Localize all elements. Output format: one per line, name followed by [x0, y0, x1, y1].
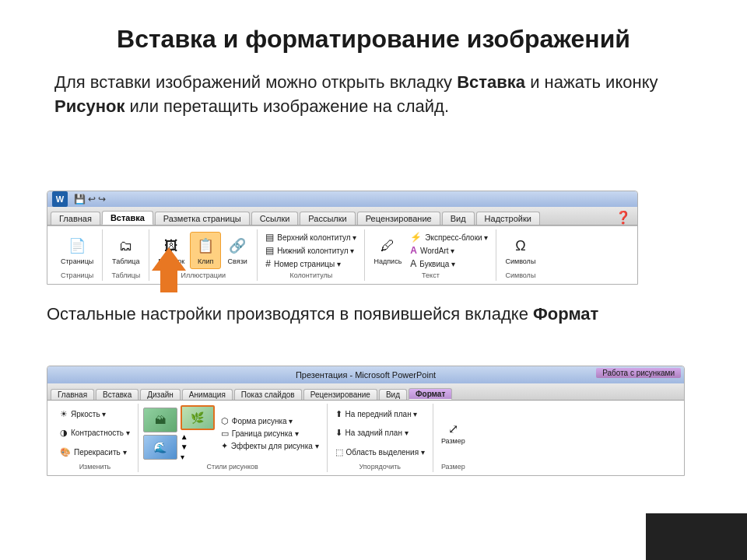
quick-access: 💾 ↩ ↪	[74, 194, 106, 205]
tab-insert[interactable]: Вставка	[102, 211, 153, 225]
thumbs-col: 🏔 🌊	[143, 408, 177, 460]
ppt-tab-slideshow[interactable]: Показ слайдов	[234, 389, 302, 400]
size-label: Размер	[441, 461, 465, 471]
btn-symbols[interactable]: Ω Символы	[501, 233, 539, 268]
tab-addins[interactable]: Надстройки	[476, 212, 540, 225]
footer-icon: ▤	[265, 245, 274, 256]
selection-icon: ⬚	[335, 447, 343, 457]
pages-icon: 📄	[66, 235, 88, 257]
tab-home[interactable]: Главная	[51, 212, 100, 225]
qa-save[interactable]: 💾	[74, 194, 86, 205]
tab-page-layout[interactable]: Разметка страницы	[155, 212, 250, 225]
ribbon-group-symbols: Ω Символы Символы	[496, 229, 544, 281]
btn-effects[interactable]: ✦ Эффекты для рисунка ▾	[218, 440, 322, 452]
page-number-icon: #	[265, 258, 271, 269]
btn-links[interactable]: 🔗 Связи	[223, 233, 252, 268]
btn-shape[interactable]: ⬡ Форма рисунка ▾	[218, 415, 322, 427]
effects-icon: ✦	[221, 441, 228, 451]
word-ribbon: 📄 Страницы Страницы 🗂 Таблица Таблицы	[47, 226, 637, 284]
btn-border[interactable]: ▭ Граница рисунка ▾	[218, 428, 322, 439]
scroll-up[interactable]: ▲	[181, 432, 193, 441]
btn-size[interactable]: ⤢ Размер	[438, 420, 468, 446]
ppt-tab-insert[interactable]: Вставка	[96, 389, 139, 400]
headers-label: Колонтитулы	[289, 270, 332, 279]
tab-view[interactable]: Вид	[442, 212, 475, 225]
scroll-btns: ▲ ▼ ▾	[181, 432, 193, 461]
ppt-group-size: ⤢ Размер Размер	[433, 404, 473, 472]
ppt-tab-design[interactable]: Дизайн	[140, 389, 181, 400]
btn-send-back[interactable]: ⬇ На задний план ▾	[332, 427, 428, 439]
tab-review[interactable]: Рецензирование	[357, 212, 440, 225]
btn-textbox[interactable]: 🖊 Надпись	[370, 233, 405, 268]
symbols-items: Ω Символы	[501, 231, 539, 270]
pages-items: 📄 Страницы	[57, 231, 97, 270]
scroll-more[interactable]: ▾	[181, 453, 193, 461]
illustrations-label: Иллюстрации	[181, 270, 226, 279]
adjust-sub-items: ☀ Яркость ▾ ◑ Контрастность ▾ 🎨 Перекрас…	[57, 405, 133, 461]
recolor-icon: 🎨	[60, 447, 71, 457]
adjust-label: Изменить	[79, 461, 111, 471]
word-titlebar: W 💾 ↩ ↪	[47, 191, 637, 207]
style-thumb-2[interactable]: 🌊	[143, 435, 177, 460]
styles-sub: ⬡ Форма рисунка ▾ ▭ Граница рисунка ▾ ✦ …	[218, 415, 322, 452]
ribbon-group-pages: 📄 Страницы Страницы	[52, 229, 103, 281]
front-icon: ⬆	[335, 409, 342, 419]
clip-icon: 📋	[195, 235, 216, 257]
btn-pages[interactable]: 📄 Страницы	[57, 233, 97, 268]
slide-body-1: Для вставки изображений можно открыть вк…	[47, 70, 700, 120]
symbols-icon: Ω	[510, 235, 531, 257]
style-thumb-3[interactable]: 🌿	[181, 405, 215, 430]
btn-contrast[interactable]: ◑ Контрастность ▾	[57, 427, 133, 439]
table-icon: 🗂	[115, 235, 137, 257]
btn-selection-pane[interactable]: ⬚ Область выделения ▾	[332, 446, 428, 458]
shape-icon: ⬡	[221, 416, 229, 426]
btn-quickparts[interactable]: ⚡ Экспресс-блоки ▾	[407, 231, 491, 243]
btn-page-number[interactable]: # Номер страницы ▾	[262, 257, 359, 270]
arrow-body	[160, 271, 177, 292]
ppt-tab-format[interactable]: Формат	[409, 388, 452, 400]
btn-header[interactable]: ▤ Верхний колонтитул ▾	[262, 231, 359, 243]
ppt-tab-review[interactable]: Рецензирование	[303, 389, 377, 400]
text-items: 🖊 Надпись ⚡ Экспресс-блоки ▾ A WordArt ▾	[370, 231, 491, 270]
style-thumb-1[interactable]: 🏔	[143, 408, 177, 432]
ribbon-group-headers: ▤ Верхний колонтитул ▾ ▤ Нижний колонтит…	[258, 229, 365, 281]
tables-items: 🗂 Таблица	[108, 231, 143, 270]
btn-table[interactable]: 🗂 Таблица	[108, 233, 143, 268]
qa-redo[interactable]: ↪	[98, 194, 106, 205]
btn-clip[interactable]: 📋 Клип	[190, 232, 221, 269]
textbox-icon: 🖊	[377, 235, 398, 257]
tab-mailings[interactable]: Рассылки	[300, 212, 355, 225]
dropcap-icon: A	[410, 258, 416, 269]
ribbon-group-tables: 🗂 Таблица Таблицы	[103, 229, 149, 281]
ppt-tab-animation[interactable]: Анимация	[182, 389, 233, 400]
btn-recolor[interactable]: 🎨 Перекрасить ▾	[57, 446, 133, 458]
ppt-toolbar: Презентация - Microsoft PowerPoint Работ…	[47, 366, 685, 476]
ppt-extra-label: Работа с рисунками	[596, 368, 681, 378]
ppt-group-styles: 🏔 🌊 🌿 ▲ ▼ ▾ ⬡ Форма	[139, 404, 328, 472]
btn-wordart[interactable]: A WordArt ▾	[407, 244, 491, 257]
help-icon[interactable]: ❓	[612, 210, 634, 225]
btn-bring-front[interactable]: ⬆ На передний план ▾	[332, 408, 428, 420]
arrange-label: Упорядочить	[359, 461, 401, 471]
text-label: Текст	[422, 270, 440, 279]
styles-label: Стили рисунков	[207, 461, 258, 471]
ppt-tab-home[interactable]: Главная	[51, 389, 94, 400]
ppt-ribbon: ☀ Яркость ▾ ◑ Контрастность ▾ 🎨 Перекрас…	[47, 401, 684, 475]
tab-references[interactable]: Ссылки	[251, 212, 299, 225]
qa-undo[interactable]: ↩	[88, 194, 96, 205]
ppt-tab-view[interactable]: Вид	[379, 389, 407, 400]
btn-brightness[interactable]: ☀ Яркость ▾	[57, 408, 133, 420]
scroll-dn[interactable]: ▼	[181, 443, 193, 451]
word-icon: W	[52, 191, 68, 207]
tables-label: Таблицы	[111, 270, 140, 279]
slide-container: Вставка и форматирование изображений Для…	[0, 0, 747, 560]
slide-body-2: Остальные настройки производятся в появи…	[47, 302, 598, 327]
brightness-icon: ☀	[60, 409, 68, 419]
btn-dropcap[interactable]: A Буквица ▾	[407, 257, 491, 270]
links-icon: 🔗	[226, 235, 248, 257]
size-icon: ⤢	[448, 422, 458, 436]
size-items: ⤢ Размер	[438, 405, 468, 461]
btn-footer[interactable]: ▤ Нижний колонтитул ▾	[262, 244, 359, 257]
word-toolbar: W 💾 ↩ ↪ Главная Вставка Разметка страниц…	[47, 191, 638, 285]
ppt-group-adjust: ☀ Яркость ▾ ◑ Контрастность ▾ 🎨 Перекрас…	[52, 404, 139, 472]
